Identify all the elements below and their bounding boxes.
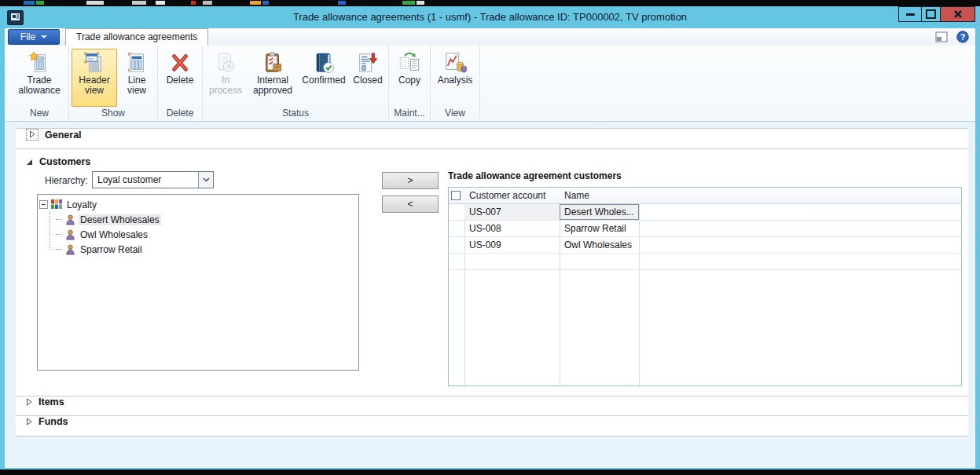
copy-icon bbox=[398, 51, 421, 75]
in-process-icon bbox=[214, 51, 237, 75]
select-all-checkbox[interactable] bbox=[451, 191, 461, 200]
tree-connector bbox=[50, 212, 50, 250]
collapse-minus-icon[interactable] bbox=[39, 200, 48, 209]
analysis-button[interactable]: Analysis bbox=[433, 49, 477, 107]
window-title: Trade allowance agreements (1 - usmf) - … bbox=[0, 6, 980, 28]
move-right-button[interactable]: > bbox=[382, 172, 439, 189]
delete-x-icon bbox=[168, 51, 192, 75]
expander-collapsed-icon[interactable] bbox=[26, 398, 32, 406]
customer-hierarchy-tree[interactable]: Loyalty Desert Wholesales bbox=[37, 194, 359, 371]
ribbon-group-new: Trade allowance New bbox=[10, 46, 69, 121]
closed-button[interactable]: Closed bbox=[350, 49, 386, 107]
grid-empty-row[interactable] bbox=[449, 254, 961, 270]
file-menu-label: File bbox=[20, 31, 35, 42]
ribbon-group-show: Header view Line view Show bbox=[69, 46, 158, 121]
person-icon bbox=[65, 229, 75, 240]
section-customers-header[interactable]: Customers bbox=[16, 149, 968, 167]
chevron-down-icon bbox=[203, 177, 210, 182]
form-content: General Customers Hierarchy: Loyal custo… bbox=[5, 122, 975, 468]
hierarchy-dropdown-button[interactable] bbox=[198, 172, 213, 188]
section-customers-label: Customers bbox=[39, 156, 90, 167]
group-caption-view: View bbox=[433, 108, 477, 121]
grid-title: Trade allowance agreement customers bbox=[448, 170, 622, 181]
clipboard-icon bbox=[261, 51, 284, 75]
hierarchy-value: Loyal customer bbox=[93, 174, 198, 185]
group-caption-show: Show bbox=[72, 108, 155, 121]
section-general[interactable]: General bbox=[16, 129, 968, 149]
svg-text:?: ? bbox=[960, 32, 966, 42]
trade-allowance-button[interactable]: Trade allowance bbox=[13, 49, 66, 107]
tree-item-owl-wholesales[interactable]: Owl Wholesales bbox=[56, 227, 357, 242]
grid-row-us-009[interactable]: US-009 Owl Wholesales bbox=[449, 237, 961, 254]
move-left-button[interactable]: < bbox=[382, 195, 439, 213]
in-process-button: In process bbox=[205, 49, 246, 107]
internal-approved-button[interactable]: Internal approved bbox=[248, 49, 298, 107]
window-panes-icon[interactable] bbox=[935, 31, 949, 42]
tab-trade-allowance-agreements[interactable]: Trade allowance agreements bbox=[65, 28, 208, 46]
expander-collapsed-icon[interactable] bbox=[29, 130, 35, 138]
line-view-button[interactable]: Line view bbox=[119, 49, 155, 107]
group-caption-new: New bbox=[13, 108, 66, 121]
maximize-button[interactable] bbox=[921, 6, 941, 22]
section-general-label: General bbox=[45, 130, 82, 141]
header-view-icon bbox=[83, 51, 106, 75]
menu-tab-row: File Trade allowance agreements ? bbox=[5, 28, 975, 46]
person-icon bbox=[65, 214, 75, 225]
new-document-icon bbox=[28, 51, 51, 75]
ribbon: Trade allowance New bbox=[5, 46, 975, 122]
tree-connector bbox=[56, 234, 62, 235]
desktop-background-sliver bbox=[0, 0, 980, 6]
header-view-button[interactable]: Header view bbox=[72, 49, 117, 107]
close-button[interactable] bbox=[940, 6, 975, 22]
chevron-down-icon bbox=[41, 35, 47, 38]
help-icon[interactable]: ? bbox=[956, 31, 969, 43]
book-check-icon bbox=[312, 51, 336, 75]
maximize-icon bbox=[926, 9, 936, 19]
group-caption-delete: Delete bbox=[160, 108, 200, 121]
confirmed-button[interactable]: Confirmed bbox=[299, 49, 348, 107]
grid-header-row[interactable]: Customer account Name bbox=[449, 188, 961, 204]
hierarchy-combobox[interactable]: Loyal customer bbox=[92, 171, 214, 188]
customers-grid[interactable]: Customer account Name US-007 Desert Whol… bbox=[448, 187, 962, 386]
app-window: Trade allowance agreements (1 - usmf) - … bbox=[0, 6, 980, 470]
delete-button[interactable]: Delete bbox=[160, 49, 200, 107]
ribbon-group-view: Analysis View bbox=[431, 46, 480, 121]
expander-expanded-icon[interactable] bbox=[26, 159, 33, 166]
group-caption-status: Status bbox=[205, 108, 386, 121]
group-caption-maintain: Maint... bbox=[391, 108, 428, 121]
section-funds-label: Funds bbox=[39, 416, 68, 427]
expander-collapsed-icon[interactable] bbox=[26, 418, 32, 426]
grid-row-us-008[interactable]: US-008 Sparrow Retail bbox=[449, 221, 961, 237]
close-icon bbox=[953, 9, 963, 19]
person-icon bbox=[65, 244, 75, 255]
taskbar-strip bbox=[0, 470, 980, 475]
analysis-chart-icon bbox=[443, 51, 467, 75]
minimize-button[interactable] bbox=[898, 6, 922, 22]
file-menu-button[interactable]: File bbox=[8, 29, 60, 45]
tree-connector bbox=[56, 219, 62, 220]
ribbon-group-maintain: Copy Maint... bbox=[389, 46, 431, 121]
closed-doc-icon bbox=[356, 51, 380, 75]
grid-row-us-007[interactable]: US-007 Desert Wholes... bbox=[449, 204, 961, 221]
section-customers: Customers Hierarchy: Loyal customer bbox=[16, 149, 968, 396]
ribbon-group-status: In process Internal approved bbox=[203, 46, 389, 121]
copy-button[interactable]: Copy bbox=[391, 49, 428, 107]
minimize-icon bbox=[906, 13, 915, 16]
tree-item-sparrow-retail[interactable]: Sparrow Retail bbox=[56, 242, 357, 257]
column-header-name[interactable]: Name bbox=[564, 190, 589, 201]
general-expander-focus bbox=[26, 129, 39, 141]
section-funds[interactable]: Funds bbox=[16, 416, 968, 437]
ribbon-group-delete: Delete Delete bbox=[158, 46, 203, 121]
section-items-label: Items bbox=[39, 396, 64, 407]
column-header-customer-account[interactable]: Customer account bbox=[469, 190, 545, 201]
loyalty-group-icon bbox=[51, 199, 62, 210]
line-view-icon bbox=[125, 51, 149, 75]
tree-item-desert-wholesales[interactable]: Desert Wholesales bbox=[56, 212, 357, 227]
titlebar[interactable]: Trade allowance agreements (1 - usmf) - … bbox=[0, 6, 980, 28]
fasttab-panel: General Customers Hierarchy: Loyal custo… bbox=[16, 128, 968, 437]
hierarchy-label: Hierarchy: bbox=[45, 175, 88, 186]
tree-connector bbox=[56, 249, 62, 250]
tree-root-row[interactable]: Loyalty bbox=[39, 197, 357, 212]
section-items[interactable]: Items bbox=[16, 396, 968, 416]
tree-root-label[interactable]: Loyalty bbox=[65, 199, 98, 210]
